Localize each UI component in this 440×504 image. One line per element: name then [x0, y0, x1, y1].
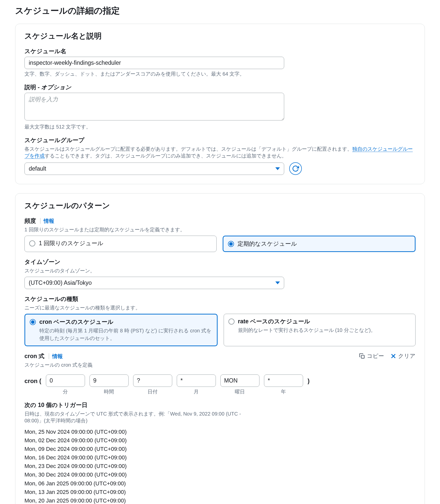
radio-icon [228, 241, 234, 247]
radio-icon [228, 319, 234, 325]
field-description: 説明 - オプション 最大文字数は 512 文字です。 [24, 83, 416, 130]
radio-rate-sub: 規則的なレートで実行されるスケジュール (10 分ごとなど)。 [238, 326, 411, 334]
group-desc-suffix: することもできます。タグは、スケジュールグループにのみ追加でき、スケジュールには… [45, 153, 287, 159]
label-timezone: タイムゾーン [24, 258, 416, 266]
close-icon [390, 353, 397, 359]
cron-month: 月 [177, 374, 216, 395]
page-title: スケジュールの詳細の指定 [15, 5, 425, 17]
cron-actions: コピー クリア [359, 352, 416, 360]
cron-dow-input[interactable] [220, 374, 259, 387]
trigger-item: Mon, 30 Dec 2024 09:00:00 (UTC+09:00) [24, 470, 416, 479]
desc-label-text: 説明 [24, 84, 36, 90]
field-schedule-group: スケジュールグループ 各スケジュールはスケジュールグループに配置する必要がありま… [24, 136, 416, 175]
cron-close: ) [308, 374, 310, 385]
desc-schedule-group: 各スケジュールはスケジュールグループに配置する必要があります。デフォルトでは、ス… [24, 146, 416, 159]
freq-info-link[interactable]: 情報 [40, 218, 54, 224]
cron-expression-row: cron ( 分 時間 日付 月 曜日 年 [24, 374, 416, 395]
cron-dow-label: 曜日 [235, 388, 245, 395]
help-description: 最大文字数は 512 文字です。 [24, 123, 416, 130]
field-schedule-name: スケジュール名 文字、数字、ダッシュ、ドット、またはアンダースコアのみを使用して… [24, 47, 416, 77]
frequency-options: 1 回限りのスケジュール 定期的なスケジュール [24, 236, 416, 252]
field-frequency: 頻度 情報 1 回限りのスケジュールまたは定期的なスケジュールを定義できます。 … [24, 217, 416, 252]
radio-icon [30, 319, 36, 325]
timezone-select[interactable]: (UTC+09:00) Asia/Tokyo [24, 277, 284, 289]
panel-title-name: スケジュール名と説明 [24, 31, 416, 41]
cron-dom-label: 日付 [148, 388, 158, 395]
cron-year-input[interactable] [264, 374, 303, 387]
panel-title-pattern: スケジュールのパターン [24, 201, 416, 211]
label-schedule-group: スケジュールグループ [24, 136, 416, 144]
desc-triggers: 日時は、現在のタイムゾーンで UTC 形式で表示されます。例:「Wed, Nov… [24, 411, 251, 424]
schedule-name-input[interactable] [24, 57, 284, 69]
type-options: cron ベースのスケジュール 特定の時刻 (毎月第 1 月曜日の午前 8 時 … [24, 314, 416, 346]
cron-month-input[interactable] [177, 374, 216, 387]
trigger-item: Mon, 09 Dec 2024 09:00:00 (UTC+09:00) [24, 445, 416, 453]
timezone-selected: (UTC+09:00) Asia/Tokyo [29, 279, 92, 286]
field-cron-expression: cron 式 情報 スケジュールの cron 式を定義 コピー クリア cron… [24, 352, 416, 395]
trigger-item: Mon, 25 Nov 2024 09:00:00 (UTC+09:00) [24, 428, 416, 436]
caret-down-icon [275, 167, 280, 170]
radio-onetime[interactable]: 1 回限りのスケジュール [24, 236, 217, 252]
cron-minute: 分 [46, 374, 85, 395]
cron-minute-label: 分 [63, 388, 68, 395]
copy-label: コピー [367, 352, 384, 360]
cron-dom-input[interactable] [133, 374, 172, 387]
desc-frequency: 1 回限りのスケジュールまたは定期的なスケジュールを定義できます。 [24, 226, 416, 233]
caret-down-icon [275, 281, 280, 284]
desc-optional: - オプション [36, 84, 71, 90]
trigger-item: Mon, 23 Dec 2024 09:00:00 (UTC+09:00) [24, 462, 416, 470]
copy-icon [359, 353, 365, 359]
cron-dom: 日付 [133, 374, 172, 395]
schedule-name-panel: スケジュール名と説明 スケジュール名 文字、数字、ダッシュ、ドット、またはアンダ… [15, 24, 425, 184]
cron-hour-input[interactable] [90, 374, 129, 387]
svg-rect-0 [361, 355, 364, 358]
cron-year: 年 [264, 374, 303, 395]
field-triggers: 次の 10 個のトリガー日 日時は、現在のタイムゾーンで UTC 形式で表示され… [24, 401, 416, 504]
freq-label-text: 頻度 [24, 217, 36, 224]
label-cron: cron 式 情報 [24, 352, 93, 360]
cron-month-label: 月 [194, 388, 199, 395]
schedule-group-selected: default [29, 165, 46, 172]
trigger-item: Mon, 20 Jan 2025 09:00:00 (UTC+09:00) [24, 496, 416, 504]
copy-button[interactable]: コピー [359, 352, 384, 360]
cron-hour-label: 時間 [104, 388, 114, 395]
cron-minute-input[interactable] [46, 374, 85, 387]
radio-recurring[interactable]: 定期的なスケジュール [223, 236, 416, 252]
cron-year-label: 年 [281, 388, 286, 395]
label-triggers: 次の 10 個のトリガー日 [24, 401, 416, 409]
help-schedule-name: 文字、数字、ダッシュ、ドット、またはアンダースコアのみを使用してください。最大 … [24, 71, 416, 77]
radio-cron-sub: 特定の時刻 (毎月第 1 月曜日の午前 8 時 (PST) など) に実行される… [39, 327, 212, 342]
radio-icon [29, 240, 35, 246]
trigger-item: Mon, 13 Jan 2025 09:00:00 (UTC+09:00) [24, 488, 416, 496]
description-textarea[interactable] [24, 93, 284, 120]
cron-hour: 時間 [90, 374, 129, 395]
radio-recurring-label: 定期的なスケジュール [238, 240, 410, 248]
refresh-button[interactable] [289, 162, 302, 175]
trigger-item: Mon, 06 Jan 2025 09:00:00 (UTC+09:00) [24, 479, 416, 488]
refresh-icon [292, 165, 299, 172]
radio-rate[interactable]: rate ベースのスケジュール 規則的なレートで実行されるスケジュール (10 … [224, 314, 416, 346]
label-schedule-type: スケジュールの種類 [24, 295, 416, 303]
cron-label-text: cron 式 [24, 353, 44, 359]
field-schedule-type: スケジュールの種類 ニーズに最適なスケジュールの種類を選択します。 cron ベ… [24, 295, 416, 346]
triggers-list: Mon, 25 Nov 2024 09:00:00 (UTC+09:00) Mo… [24, 428, 416, 504]
radio-onetime-label: 1 回限りのスケジュール [39, 239, 212, 247]
desc-schedule-type: ニーズに最適なスケジュールの種類を選択します。 [24, 304, 416, 311]
radio-rate-title: rate ベースのスケジュール [238, 318, 411, 325]
radio-cron[interactable]: cron ベースのスケジュール 特定の時刻 (毎月第 1 月曜日の午前 8 時 … [24, 314, 218, 346]
clear-label: クリア [398, 352, 416, 360]
group-desc-prefix: 各スケジュールはスケジュールグループに配置する必要があります。デフォルトでは、ス… [24, 146, 352, 152]
radio-cron-title: cron ベースのスケジュール [39, 318, 212, 326]
schedule-pattern-panel: スケジュールのパターン 頻度 情報 1 回限りのスケジュールまたは定期的なスケジ… [15, 193, 425, 504]
field-timezone: タイムゾーン スケジュールのタイムゾーン。 (UTC+09:00) Asia/T… [24, 258, 416, 289]
desc-timezone: スケジュールのタイムゾーン。 [24, 267, 416, 274]
trigger-item: Mon, 02 Dec 2024 09:00:00 (UTC+09:00) [24, 436, 416, 445]
cron-open: cron ( [24, 374, 41, 385]
label-description: 説明 - オプション [24, 83, 416, 91]
cron-info-link[interactable]: 情報 [49, 353, 63, 359]
trigger-item: Mon, 16 Dec 2024 09:00:00 (UTC+09:00) [24, 453, 416, 462]
label-frequency: 頻度 情報 [24, 217, 416, 225]
desc-cron: スケジュールの cron 式を定義 [24, 362, 93, 368]
clear-button[interactable]: クリア [390, 352, 416, 360]
schedule-group-select[interactable]: default [24, 163, 284, 175]
